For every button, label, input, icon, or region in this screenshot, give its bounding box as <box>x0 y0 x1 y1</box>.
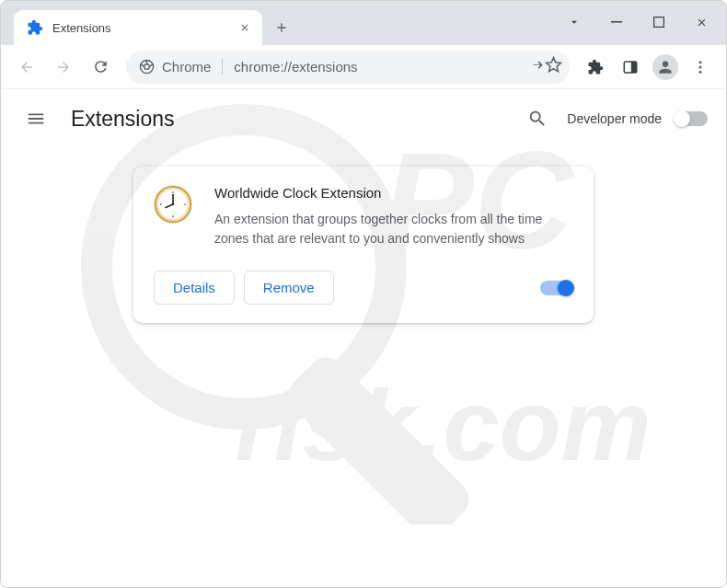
svg-point-10 <box>699 61 702 63</box>
site-info-chip[interactable]: Chrome <box>139 59 223 75</box>
url-text: chrome://extensions <box>234 59 528 75</box>
sidepanel-icon <box>622 59 639 75</box>
plus-icon <box>274 20 289 35</box>
menu-button[interactable] <box>684 51 717 84</box>
browser-toolbar: Chrome chrome://extensions <box>1 45 726 89</box>
reload-icon <box>92 58 110 75</box>
svg-point-17 <box>172 203 175 206</box>
tab-search-button[interactable] <box>553 6 595 38</box>
back-button[interactable] <box>10 51 43 84</box>
page-title: Extensions <box>71 107 502 132</box>
svg-text:risk.com: risk.com <box>235 368 651 481</box>
reload-button[interactable] <box>84 51 117 84</box>
svg-rect-5 <box>654 17 664 28</box>
extension-enable-toggle[interactable] <box>540 281 573 295</box>
svg-rect-1 <box>282 350 477 525</box>
developer-mode-label: Developer mode <box>567 111 662 126</box>
share-button[interactable] <box>528 57 545 77</box>
extensions-list: Worldwide Clock Extension An extension t… <box>1 148 726 341</box>
svg-point-11 <box>699 65 702 68</box>
extension-icon <box>154 185 192 224</box>
extension-puzzle-icon <box>587 59 604 75</box>
address-bar[interactable]: Chrome chrome://extensions <box>126 51 570 84</box>
forward-button[interactable] <box>47 51 80 84</box>
svg-rect-9 <box>631 62 637 73</box>
details-button[interactable]: Details <box>154 271 235 305</box>
svg-point-19 <box>184 203 186 205</box>
bookmark-button[interactable] <box>545 56 562 77</box>
extension-description: An extension that groups together clocks… <box>214 210 573 248</box>
kebab-icon <box>692 59 709 75</box>
chevron-down-icon <box>568 16 581 29</box>
svg-rect-4 <box>611 21 622 23</box>
maximize-icon <box>653 17 664 28</box>
remove-button[interactable]: Remove <box>244 271 334 305</box>
tab-title: Extensions <box>52 21 237 35</box>
svg-point-12 <box>699 70 702 73</box>
sidepanel-button[interactable] <box>614 51 647 84</box>
minimize-icon <box>611 17 622 28</box>
browser-tab[interactable]: Extensions <box>14 10 262 45</box>
close-tab-button[interactable] <box>237 19 253 36</box>
extensions-button[interactable] <box>579 51 612 84</box>
developer-mode-toggle[interactable] <box>675 111 708 126</box>
svg-point-18 <box>172 191 174 193</box>
search-icon <box>527 109 548 129</box>
close-window-button[interactable] <box>680 6 722 38</box>
hamburger-button[interactable] <box>19 102 52 135</box>
close-icon <box>696 17 708 29</box>
svg-point-21 <box>160 203 162 205</box>
arrow-left-icon <box>18 59 35 75</box>
extension-card: Worldwide Clock Extension An extension t… <box>133 167 594 323</box>
arrow-right-icon <box>55 59 72 75</box>
page-header: Extensions Developer mode <box>1 89 726 148</box>
share-icon <box>528 57 545 74</box>
maximize-button[interactable] <box>638 6 680 38</box>
profile-button[interactable] <box>649 51 682 84</box>
chrome-icon <box>139 59 155 75</box>
extension-name: Worldwide Clock Extension <box>214 185 573 201</box>
avatar-icon <box>652 54 678 80</box>
star-icon <box>545 56 562 74</box>
hamburger-icon <box>26 109 46 129</box>
window-controls <box>553 6 722 38</box>
site-chip-label: Chrome <box>162 59 211 75</box>
svg-point-7 <box>144 64 150 70</box>
svg-point-20 <box>172 215 174 217</box>
extension-puzzle-icon <box>27 19 43 36</box>
new-tab-button[interactable] <box>268 14 295 41</box>
search-extensions-button[interactable] <box>521 102 554 135</box>
close-icon <box>239 22 250 33</box>
minimize-button[interactable] <box>595 6 638 38</box>
window-titlebar: Extensions <box>1 1 726 45</box>
